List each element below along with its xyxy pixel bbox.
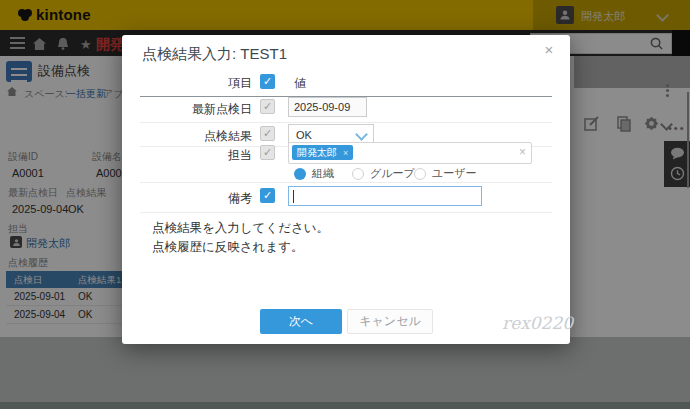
tag-remove-icon[interactable]: × xyxy=(343,148,348,158)
radio-unselected-icon xyxy=(414,168,426,180)
row-label-last-date: 最新点検日 xyxy=(122,101,252,118)
help-text-line1: 点検結果を入力してください。 xyxy=(152,219,329,238)
watermark: rex0220 xyxy=(502,313,573,333)
row-label-assignee: 担当 xyxy=(122,147,252,164)
last-date-value: 2025-09-09 xyxy=(288,97,367,117)
radio-selected-icon xyxy=(294,168,306,180)
row-divider xyxy=(140,182,552,183)
screen: kintone 開発太郎 ★ 開発 設備点検 スペース: 一括更新 アプリ 設備… xyxy=(0,0,690,409)
radio-label: 組織 xyxy=(312,166,334,181)
section-divider xyxy=(140,212,552,213)
radio-label: ユーザー xyxy=(432,166,477,181)
radio-unselected-icon xyxy=(352,168,364,180)
last-date-checkbox xyxy=(260,99,275,114)
note-input[interactable] xyxy=(288,186,482,206)
radio-label: グループ xyxy=(370,166,415,181)
row-divider xyxy=(140,122,552,123)
close-icon[interactable]: × xyxy=(540,41,558,58)
next-button[interactable]: 次へ xyxy=(260,309,342,334)
text-caret xyxy=(293,190,294,203)
dialog-title: 点検結果入力: TEST1 xyxy=(142,45,287,64)
row-label-result: 点検結果 xyxy=(122,128,252,145)
row-label-note: 備考 xyxy=(122,190,252,207)
entity-clear-icon[interactable]: × xyxy=(519,145,526,159)
assignee-entity-field[interactable]: 開発太郎× × xyxy=(288,142,532,164)
radio-option-organization[interactable]: 組織 xyxy=(294,166,334,181)
select-all-checkbox[interactable] xyxy=(260,74,275,89)
assignee-tag: 開発太郎× xyxy=(292,145,353,160)
radio-option-user[interactable]: ユーザー xyxy=(414,166,477,181)
assignee-checkbox xyxy=(260,145,275,160)
result-select[interactable]: OK xyxy=(288,124,374,144)
inspection-input-dialog: 点検結果入力: TEST1 × 項目 値 最新点検日 2025-09-09 点検… xyxy=(122,35,570,344)
cancel-button[interactable]: キャンセル xyxy=(347,309,433,334)
note-checkbox[interactable] xyxy=(260,188,275,203)
column-header-item: 項目 xyxy=(122,75,252,92)
radio-option-group[interactable]: グループ xyxy=(352,166,415,181)
result-select-value: OK xyxy=(296,129,312,141)
select-chevron-down-icon xyxy=(355,128,368,141)
assignee-tag-name: 開発太郎 xyxy=(297,147,337,158)
column-header-value: 値 xyxy=(294,75,306,92)
help-text-line2: 点検履歴に反映されます。 xyxy=(152,238,303,257)
result-checkbox xyxy=(260,126,275,141)
